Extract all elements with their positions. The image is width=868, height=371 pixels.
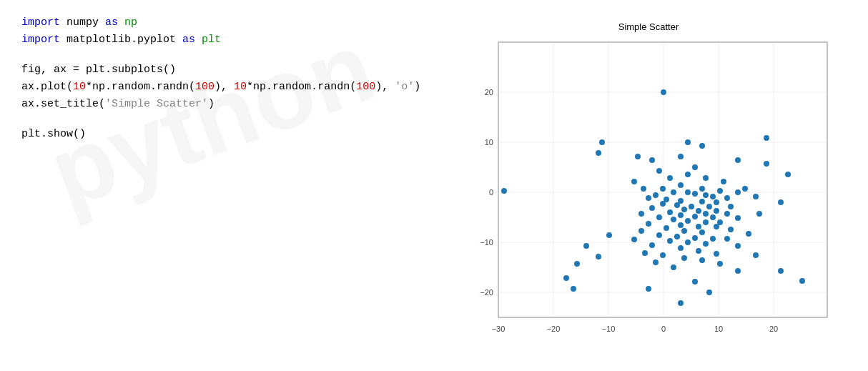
svg-point-51 <box>653 192 659 198</box>
svg-point-25 <box>596 150 601 156</box>
svg-text:−20: −20 <box>547 325 561 333</box>
svg-point-109 <box>660 252 666 258</box>
svg-point-125 <box>583 243 589 249</box>
comma-2: ), <box>375 81 395 93</box>
svg-point-82 <box>703 219 709 225</box>
code-line-1: import numpy as np <box>21 14 422 31</box>
svg-rect-0 <box>498 42 827 317</box>
svg-text:10: 10 <box>714 325 723 333</box>
svg-point-87 <box>714 224 719 229</box>
chart-title: Simple Scatter <box>459 21 838 32</box>
svg-point-93 <box>746 231 751 237</box>
svg-point-35 <box>685 172 691 177</box>
svg-point-68 <box>696 208 701 214</box>
randn-1: *np.random.randn( <box>86 81 195 93</box>
svg-point-129 <box>764 135 769 141</box>
svg-point-70 <box>667 209 673 215</box>
svg-text:20: 20 <box>485 88 493 97</box>
svg-point-65 <box>728 204 734 209</box>
code-line-2: import matplotlib.pyplot as plt <box>21 31 422 49</box>
svg-point-97 <box>710 236 716 242</box>
svg-point-61 <box>660 201 666 207</box>
svg-point-28 <box>735 157 741 163</box>
svg-point-77 <box>710 214 716 220</box>
svg-point-27 <box>635 154 641 159</box>
svg-point-71 <box>703 211 709 217</box>
svg-point-49 <box>692 191 698 197</box>
svg-point-85 <box>678 222 684 228</box>
svg-point-108 <box>714 251 719 257</box>
svg-point-120 <box>646 286 651 292</box>
svg-point-62 <box>674 202 680 208</box>
chart-area: 20 10 0 −10 −20 −30 −20 −10 0 10 20 <box>459 35 838 342</box>
svg-text:−30: −30 <box>492 325 505 333</box>
svg-point-44 <box>641 186 646 192</box>
svg-point-45 <box>717 188 723 194</box>
num-10-2: 10 <box>234 81 247 93</box>
svg-point-38 <box>721 179 726 184</box>
svg-point-90 <box>681 228 687 234</box>
svg-point-110 <box>753 252 759 258</box>
svg-point-73 <box>638 211 644 217</box>
svg-point-66 <box>649 205 655 211</box>
code-line-6: plt.show() <box>21 126 422 143</box>
module-numpy: numpy <box>60 16 105 29</box>
svg-point-53 <box>753 194 759 199</box>
svg-text:0: 0 <box>489 188 493 197</box>
svg-point-95 <box>674 234 680 239</box>
svg-point-41 <box>660 186 666 192</box>
svg-point-43 <box>742 186 748 192</box>
svg-point-81 <box>685 218 691 224</box>
svg-point-126 <box>596 254 601 259</box>
scatter-chart: 20 10 0 −10 −20 −30 −20 −10 0 10 20 <box>459 35 838 342</box>
svg-point-91 <box>638 228 644 234</box>
svg-point-47 <box>671 189 676 195</box>
svg-point-122 <box>678 300 684 306</box>
comma-1: ), <box>214 81 234 93</box>
svg-point-24 <box>599 139 605 145</box>
svg-point-26 <box>699 143 705 149</box>
svg-text:10: 10 <box>485 138 493 147</box>
svg-point-89 <box>728 227 734 232</box>
plt-show: plt.show() <box>21 128 86 140</box>
svg-point-106 <box>696 248 701 254</box>
set-title-start: ax.set_title( <box>21 98 105 110</box>
svg-point-119 <box>692 279 698 285</box>
code-line-4: ax.plot(10*np.random.randn(100), 10*np.r… <box>21 79 422 96</box>
chart-wrapper: Simple Scatter <box>459 21 838 350</box>
svg-point-116 <box>735 268 741 274</box>
svg-point-76 <box>692 214 698 219</box>
svg-point-29 <box>692 164 698 170</box>
num-10-1: 10 <box>73 81 86 93</box>
svg-point-103 <box>649 242 655 248</box>
marker-str: 'o' <box>395 81 414 93</box>
svg-point-54 <box>646 195 651 201</box>
svg-point-46 <box>735 189 741 195</box>
svg-point-55 <box>724 195 730 201</box>
svg-point-74 <box>756 211 762 217</box>
svg-point-105 <box>678 245 684 251</box>
num-100-2: 100 <box>356 81 375 93</box>
svg-point-92 <box>699 229 705 235</box>
svg-point-78 <box>656 214 662 220</box>
svg-point-36 <box>703 175 709 181</box>
subplots-call: fig, ax = plt.subplots() <box>21 64 176 76</box>
svg-point-31 <box>649 157 655 163</box>
main-container: python import numpy as np import matplot… <box>0 0 868 371</box>
svg-point-99 <box>631 237 637 242</box>
svg-point-69 <box>714 208 719 214</box>
svg-point-127 <box>574 261 580 267</box>
svg-point-79 <box>735 215 741 221</box>
svg-point-113 <box>653 259 659 265</box>
svg-point-23 <box>685 139 691 145</box>
svg-point-33 <box>785 172 791 177</box>
svg-point-112 <box>699 257 705 263</box>
keyword-import-2: import <box>21 34 60 46</box>
code-panel: import numpy as np import matplotlib.pyp… <box>0 0 443 371</box>
svg-point-50 <box>703 192 709 198</box>
code-line-5: ax.set_title('Simple Scatter') <box>21 96 422 113</box>
chart-panel: Simple Scatter <box>443 0 868 371</box>
svg-point-64 <box>706 204 712 209</box>
svg-point-80 <box>671 217 676 222</box>
svg-point-39 <box>631 179 637 184</box>
